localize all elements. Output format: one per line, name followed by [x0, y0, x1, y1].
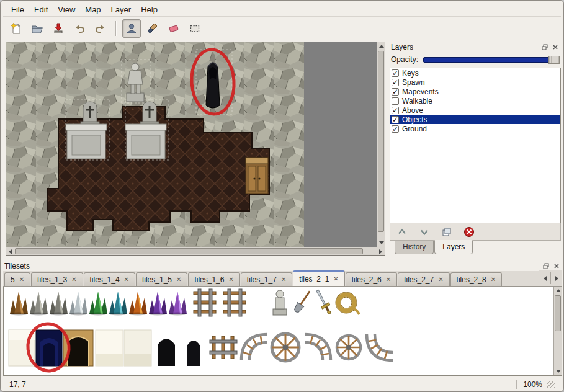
tileset-vertical-scrollbar[interactable] — [553, 287, 562, 375]
tile-shovel[interactable] — [293, 289, 313, 314]
tile-dark-arch-silhouette[interactable] — [153, 330, 180, 366]
new-map-button[interactable] — [7, 19, 25, 38]
layer-duplicate-button[interactable] — [440, 225, 454, 239]
opacity-slider-handle[interactable] — [548, 56, 560, 64]
open-map-button[interactable] — [28, 19, 47, 38]
menu-map[interactable]: Map — [81, 4, 105, 16]
brush-tool-button[interactable] — [143, 19, 162, 38]
scroll-thumb[interactable] — [378, 51, 384, 232]
scroll-down-arrow[interactable] — [377, 239, 385, 247]
scroll-down-arrow[interactable] — [554, 367, 562, 375]
resize-grip[interactable] — [547, 381, 555, 388]
panel-float-button[interactable] — [542, 262, 550, 270]
tile-teal-crystal[interactable] — [109, 292, 127, 316]
tab-close-icon[interactable] — [491, 277, 496, 283]
tile-wagon-wheel[interactable] — [337, 336, 360, 359]
menu-layer[interactable]: Layer — [107, 4, 136, 16]
panel-close-button[interactable] — [551, 43, 560, 51]
tile-pale-block[interactable] — [124, 330, 151, 366]
map-vertical-scrollbar[interactable] — [377, 42, 385, 247]
tileset-tab[interactable]: tiles_2_8 — [450, 272, 502, 286]
tab-close-icon[interactable] — [386, 277, 391, 283]
tile-brown-crystal[interactable] — [10, 292, 28, 316]
scroll-up-arrow[interactable] — [377, 42, 385, 50]
tab-scroll-right-button[interactable] — [551, 270, 562, 286]
layer-row-mapevents[interactable]: Mapevents — [390, 87, 560, 96]
tab-close-icon[interactable] — [124, 277, 129, 283]
map-horizontal-scrollbar[interactable] — [6, 247, 385, 255]
menu-help[interactable]: Help — [137, 4, 162, 16]
layer-visibility-checkbox[interactable] — [392, 125, 399, 133]
layer-row-above[interactable]: Above — [390, 105, 560, 115]
tile-wagon-wheel[interactable] — [272, 334, 299, 361]
opacity-slider[interactable] — [423, 55, 560, 64]
tile-track-horizontal[interactable] — [223, 289, 246, 316]
tile-statue-bust[interactable] — [273, 290, 287, 315]
layer-visibility-checkbox[interactable] — [392, 88, 399, 96]
layer-raise-button[interactable] — [395, 225, 409, 239]
scroll-right-arrow[interactable] — [377, 247, 385, 256]
tab-close-icon[interactable] — [19, 277, 24, 283]
tile-track-vertical[interactable] — [210, 336, 237, 359]
tab-close-icon[interactable] — [71, 277, 76, 283]
save-button[interactable] — [49, 19, 68, 38]
tile-track-curve[interactable] — [305, 334, 331, 360]
tile-orange-crystal[interactable] — [129, 292, 147, 316]
tile-green-crystal[interactable] — [89, 292, 107, 316]
map-canvas[interactable] — [6, 42, 304, 247]
tileset-tab[interactable]: tiles_1_3 — [31, 272, 83, 286]
menu-view[interactable]: View — [53, 4, 79, 16]
tile-sword[interactable] — [313, 288, 333, 316]
panel-float-button[interactable] — [540, 43, 549, 51]
tile-track-curve[interactable] — [241, 334, 267, 360]
tile-gray-rock[interactable] — [50, 292, 68, 316]
scroll-left-arrow[interactable] — [6, 247, 14, 256]
tileset-canvas[interactable] — [4, 287, 553, 374]
tile-violet-crystal[interactable] — [169, 292, 187, 316]
select-tool-button[interactable] — [186, 19, 204, 38]
menu-edit[interactable]: Edit — [30, 4, 52, 16]
layer-visibility-checkbox[interactable] — [392, 107, 399, 114]
layer-row-walkable[interactable]: Walkable — [390, 96, 560, 105]
redo-button[interactable] — [91, 19, 110, 38]
tab-history[interactable]: History — [395, 241, 434, 254]
undo-button[interactable] — [70, 19, 89, 38]
scroll-thumb[interactable] — [15, 248, 363, 254]
tab-close-icon[interactable] — [176, 277, 181, 283]
tile-pale-block[interactable] — [96, 330, 123, 366]
tab-close-icon[interactable] — [438, 277, 443, 283]
tileset-tab[interactable]: 5 — [4, 272, 30, 286]
tile-silver-crystal[interactable] — [69, 292, 87, 316]
tile-dark-arch-silhouette[interactable] — [181, 330, 206, 366]
eraser-tool-button[interactable] — [164, 19, 183, 38]
tileset-tab[interactable]: tiles_2_7 — [398, 272, 449, 286]
tileset-tab[interactable]: tiles_1_6 — [188, 272, 239, 286]
tile-rope-coil[interactable] — [336, 292, 359, 314]
layer-visibility-checkbox[interactable] — [392, 97, 399, 105]
layer-visibility-checkbox[interactable] — [392, 69, 399, 77]
stamp-tool-button[interactable] — [122, 19, 141, 38]
layer-row-spawn[interactable]: Spawn — [390, 78, 560, 87]
tileset-tab[interactable]: tiles_1_4 — [84, 272, 135, 286]
layer-visibility-checkbox[interactable] — [392, 79, 399, 86]
layer-delete-button[interactable] — [462, 225, 476, 239]
tileset-tab[interactable]: tiles_1_5 — [136, 272, 187, 286]
tileset-tab[interactable]: tiles_2_6 — [346, 272, 397, 286]
scroll-up-arrow[interactable] — [554, 287, 562, 295]
tile-dark-blue-door[interactable] — [36, 330, 62, 366]
layer-lower-button[interactable] — [418, 225, 431, 239]
scroll-thumb[interactable] — [555, 295, 561, 331]
layer-row-keys[interactable]: Keys — [390, 68, 560, 78]
tab-close-icon[interactable] — [281, 277, 286, 283]
layer-visibility-checkbox[interactable] — [392, 116, 399, 123]
layer-row-ground[interactable]: Ground — [390, 124, 560, 133]
tab-close-icon[interactable] — [228, 277, 233, 283]
tile-track-horizontal[interactable] — [194, 289, 216, 316]
tab-layers[interactable]: Layers — [434, 240, 473, 254]
tileset-tab-active[interactable]: tiles_2_1 — [293, 270, 344, 286]
tileset-tab[interactable]: tiles_1_7 — [241, 272, 292, 286]
tile-gray-rock[interactable] — [30, 292, 48, 316]
layer-row-objects[interactable]: Objects — [390, 115, 560, 124]
panel-close-button[interactable] — [552, 262, 561, 270]
menu-file[interactable]: File — [7, 4, 29, 16]
